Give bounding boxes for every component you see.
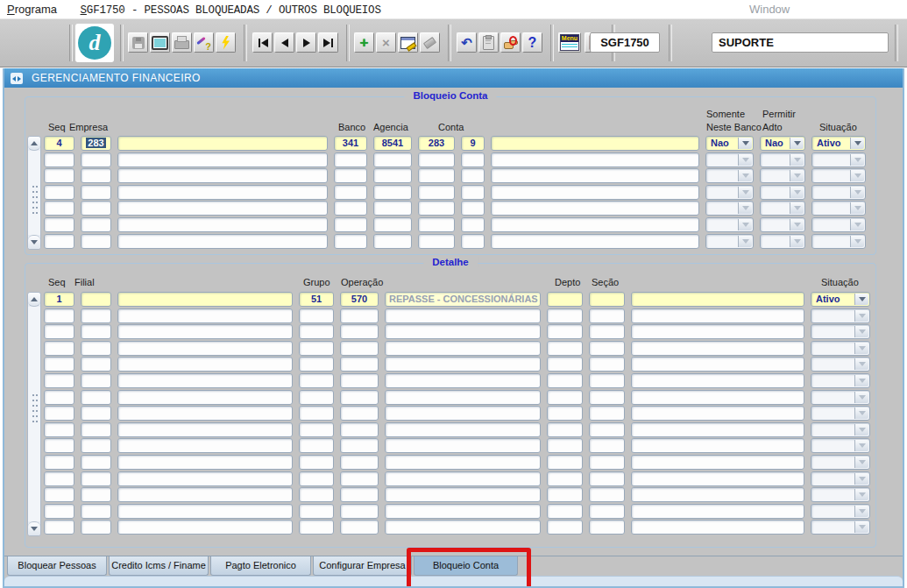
scrollbar-track[interactable] <box>28 307 40 521</box>
conta-nome-field[interactable] <box>491 234 699 249</box>
undo-button[interactable]: ↶ <box>457 32 477 53</box>
grupo-field[interactable] <box>299 504 334 519</box>
filial-nome-field[interactable] <box>117 520 293 535</box>
secao-field[interactable] <box>589 487 625 502</box>
grupo-field[interactable] <box>299 308 334 323</box>
depto-field[interactable] <box>547 438 583 453</box>
grupo-field[interactable] <box>299 520 334 535</box>
somente-neste-banco-dropdown[interactable] <box>705 168 754 183</box>
filial-nome-field[interactable] <box>117 455 293 470</box>
filial-field[interactable] <box>81 487 111 502</box>
tab-pagto-eletronico[interactable]: Pagto Eletronico <box>210 556 311 576</box>
dropdown-arrow-icon[interactable] <box>790 170 804 181</box>
dropdown-arrow-icon[interactable] <box>854 473 868 485</box>
depto-field[interactable] <box>547 406 583 421</box>
filial-nome-field[interactable] <box>117 487 293 502</box>
permitir-adto-dropdown[interactable] <box>760 234 805 249</box>
conta-digito-field[interactable] <box>461 185 485 200</box>
conta-nome-field[interactable] <box>491 201 699 216</box>
dropdown-arrow-icon[interactable] <box>850 170 864 181</box>
filial-field[interactable] <box>81 504 111 519</box>
secao-field[interactable] <box>589 341 625 356</box>
grupo-field[interactable] <box>299 341 334 356</box>
filial-field[interactable] <box>81 390 111 405</box>
secao-field[interactable] <box>589 520 625 535</box>
situacao-dropdown[interactable] <box>811 455 870 470</box>
secao-field[interactable] <box>589 471 625 486</box>
menu-window[interactable]: Window <box>749 3 790 16</box>
operacao-descricao-field[interactable] <box>385 390 541 405</box>
descricao2-field[interactable] <box>631 324 804 339</box>
operacao-field[interactable] <box>340 422 379 437</box>
grupo-field[interactable] <box>299 455 334 470</box>
dropdown-arrow-icon[interactable] <box>790 236 804 247</box>
operacao-field[interactable] <box>340 390 379 405</box>
operacao-descricao-field[interactable] <box>385 520 541 535</box>
grupo-field[interactable] <box>299 357 334 372</box>
seq-field[interactable] <box>44 390 74 405</box>
seq-field[interactable] <box>44 341 74 356</box>
dropdown-arrow-icon[interactable] <box>738 236 752 247</box>
query-edit-button[interactable] <box>398 32 418 53</box>
seq-field[interactable] <box>44 487 74 502</box>
somente-neste-banco-dropdown[interactable] <box>705 234 754 249</box>
delete-record-button[interactable]: × <box>376 32 396 53</box>
operacao-descricao-field[interactable] <box>385 504 541 519</box>
grupo-field[interactable] <box>299 324 334 339</box>
conta-nome-field[interactable] <box>491 168 699 183</box>
tab-credito-icms-finame[interactable]: Credito Icms / Finame <box>109 556 209 576</box>
agencia-field[interactable] <box>373 152 412 167</box>
situacao-dropdown[interactable] <box>811 487 870 502</box>
empresa-field[interactable] <box>81 201 111 216</box>
descricao2-field[interactable] <box>631 520 804 535</box>
situacao-dropdown[interactable] <box>811 357 870 372</box>
conta-digito-field[interactable] <box>461 201 485 216</box>
seq-field[interactable] <box>44 504 74 519</box>
seq-field[interactable] <box>44 438 74 453</box>
seq-field[interactable] <box>44 357 74 372</box>
filial-nome-field[interactable] <box>117 406 293 421</box>
dropdown-arrow-icon[interactable] <box>854 457 868 468</box>
paste-button[interactable] <box>478 32 499 53</box>
scroll-down-button[interactable] <box>28 521 40 535</box>
depto-field[interactable] <box>547 324 583 339</box>
dropdown-arrow-icon[interactable] <box>790 154 804 166</box>
menu-program-title[interactable]: SGF1750 - PESSOAS BLOQUEADAS / OUTROS BL… <box>81 4 381 17</box>
seq-field[interactable]: 4 <box>44 136 74 151</box>
filial-field[interactable] <box>81 520 111 535</box>
operacao-field[interactable] <box>340 504 379 519</box>
descricao2-field[interactable] <box>631 487 804 502</box>
agencia-field[interactable] <box>373 217 412 232</box>
operacao-descricao-field[interactable] <box>385 406 541 421</box>
dropdown-arrow-icon[interactable] <box>790 202 804 214</box>
empresa-field[interactable] <box>81 152 111 167</box>
program-code-field[interactable]: SGF1750 <box>590 32 660 53</box>
filial-field[interactable] <box>81 438 111 453</box>
dropdown-arrow-icon[interactable] <box>854 294 868 305</box>
seq-field[interactable] <box>44 422 74 437</box>
scroll-up-button[interactable] <box>28 293 40 307</box>
conta-digito-field[interactable] <box>461 217 485 232</box>
descricao2-field[interactable] <box>631 406 804 421</box>
conta-field[interactable] <box>418 234 455 249</box>
situacao-dropdown[interactable]: Ativo <box>811 292 870 307</box>
somente-neste-banco-dropdown[interactable] <box>705 185 754 200</box>
depto-field[interactable] <box>547 390 583 405</box>
empresa-nome-field[interactable] <box>117 234 328 249</box>
flash-button[interactable] <box>216 32 236 53</box>
dropdown-arrow-icon[interactable] <box>738 219 752 230</box>
filial-field[interactable] <box>81 357 111 372</box>
conta-field[interactable] <box>418 168 455 183</box>
empresa-nome-field[interactable] <box>117 152 328 167</box>
situacao-dropdown[interactable] <box>811 471 870 486</box>
depto-field[interactable] <box>547 422 583 437</box>
secao-field[interactable] <box>589 438 625 453</box>
bloqueio-conta-scrollbar[interactable] <box>27 136 41 250</box>
situacao-dropdown[interactable] <box>811 373 870 388</box>
dropdown-arrow-icon[interactable] <box>738 138 752 149</box>
menu-button[interactable]: Menu <box>558 32 581 53</box>
filial-nome-field[interactable] <box>117 422 293 437</box>
execute-button[interactable] <box>500 32 521 53</box>
situacao-dropdown[interactable] <box>811 504 870 519</box>
operacao-field[interactable] <box>340 324 379 339</box>
